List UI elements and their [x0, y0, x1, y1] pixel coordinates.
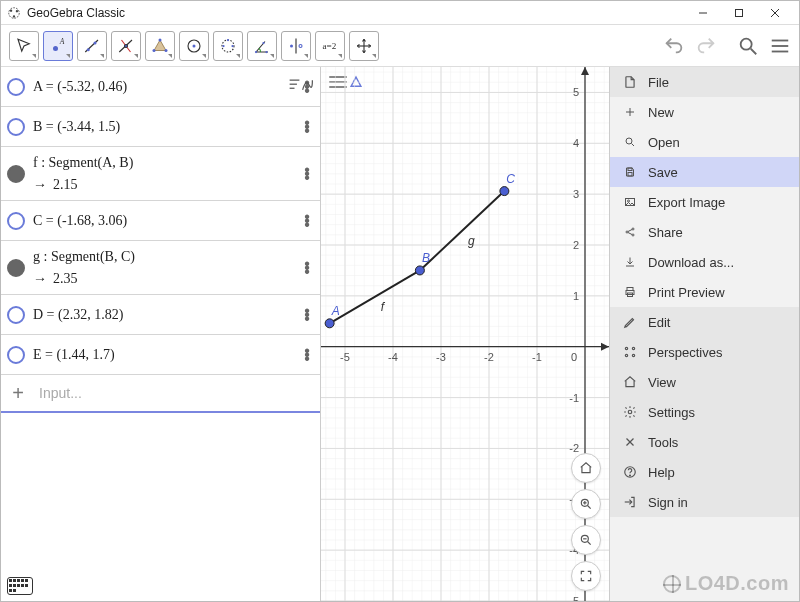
virtual-keyboard-button[interactable]: [7, 577, 33, 595]
svg-text:f: f: [381, 300, 386, 314]
algebra-input[interactable]: [37, 384, 312, 402]
tool-perpendicular[interactable]: [111, 31, 141, 61]
kebab-menu[interactable]: •••: [300, 309, 314, 321]
search-button[interactable]: [737, 35, 759, 57]
tool-angle[interactable]: [247, 31, 277, 61]
svg-line-176: [588, 542, 591, 545]
svg-line-163: [420, 191, 504, 270]
tool-polygon[interactable]: [145, 31, 175, 61]
zoom-out-button[interactable]: [571, 525, 601, 555]
gear-icon: [622, 404, 638, 420]
close-button[interactable]: [757, 2, 793, 24]
menu-item-share[interactable]: Share: [610, 217, 799, 247]
menu-header-settings[interactable]: Settings: [610, 397, 799, 427]
minimize-button[interactable]: [685, 2, 721, 24]
svg-point-197: [632, 354, 634, 356]
svg-rect-5: [736, 9, 743, 16]
graphics-view[interactable]: -5-4-3-2-10-5-4-3-2-112345fgABC: [321, 67, 609, 601]
svg-point-35: [741, 38, 752, 49]
algebra-expression: f : Segment(A, B)→2.15: [33, 153, 292, 194]
svg-marker-16: [154, 40, 166, 51]
algebra-row[interactable]: A = (-5.32, 0.46)•••: [1, 67, 320, 107]
menu-item-print-preview[interactable]: Print Preview: [610, 277, 799, 307]
svg-point-196: [625, 354, 627, 356]
visibility-toggle[interactable]: [7, 165, 25, 183]
search-icon: [622, 134, 638, 150]
algebra-expression: D = (2.32, 1.82): [33, 305, 292, 325]
kebab-menu[interactable]: •••: [300, 215, 314, 227]
menu-item-open[interactable]: Open: [610, 127, 799, 157]
visibility-toggle[interactable]: [7, 212, 25, 230]
algebra-row[interactable]: f : Segment(A, B)→2.15•••: [1, 147, 320, 201]
menu-header-sign-in[interactable]: Sign in: [610, 487, 799, 517]
globe-icon: [663, 575, 681, 593]
undo-button[interactable]: [663, 35, 685, 57]
kebab-menu[interactable]: •••: [300, 121, 314, 133]
kebab-menu[interactable]: •••: [300, 262, 314, 274]
svg-point-19: [153, 49, 156, 52]
menu-header-tools[interactable]: Tools: [610, 427, 799, 457]
home-view-button[interactable]: [571, 453, 601, 483]
tool-ellipse[interactable]: [213, 31, 243, 61]
svg-line-181: [632, 144, 635, 147]
grid-icon: [622, 344, 638, 360]
hamburger-menu-button[interactable]: [769, 35, 791, 57]
tool-circle[interactable]: [179, 31, 209, 61]
menu-header-view[interactable]: View: [610, 367, 799, 397]
visibility-toggle[interactable]: [7, 78, 25, 96]
menu-item-download-as-[interactable]: Download as...: [610, 247, 799, 277]
tool-text-a2[interactable]: a=2: [315, 31, 345, 61]
algebra-row[interactable]: E = (1.44, 1.7)•••: [1, 335, 320, 375]
kebab-menu[interactable]: •••: [300, 349, 314, 361]
graphics-canvas[interactable]: -5-4-3-2-10-5-4-3-2-112345fgABC: [321, 67, 609, 601]
visibility-toggle[interactable]: [7, 118, 25, 136]
algebra-view: A = (-5.32, 0.46)•••B = (-3.44, 1.5)•••f…: [1, 67, 321, 601]
menu-item-save[interactable]: Save: [610, 157, 799, 187]
svg-line-190: [628, 233, 632, 235]
menu-item-new[interactable]: New: [610, 97, 799, 127]
input-bar[interactable]: +: [1, 375, 320, 413]
visibility-toggle[interactable]: [7, 306, 25, 324]
tool-line[interactable]: [77, 31, 107, 61]
algebra-row[interactable]: D = (2.32, 1.82)•••: [1, 295, 320, 335]
tool-translate[interactable]: [349, 31, 379, 61]
algebra-row[interactable]: C = (-1.68, 3.06)•••: [1, 201, 320, 241]
svg-point-194: [625, 347, 627, 349]
svg-point-8: [53, 46, 58, 51]
svg-text:-2: -2: [484, 351, 494, 363]
svg-text:-4: -4: [388, 351, 398, 363]
print-icon: [622, 284, 638, 300]
plus-icon: [622, 104, 638, 120]
tool-reflect[interactable]: [281, 31, 311, 61]
tool-move[interactable]: [9, 31, 39, 61]
svg-line-172: [588, 506, 591, 509]
wrench-icon: [622, 434, 638, 450]
algebra-row[interactable]: B = (-3.44, 1.5)•••: [1, 107, 320, 147]
svg-point-25: [227, 38, 229, 40]
svg-point-24: [231, 44, 233, 46]
menu-header-help[interactable]: Help: [610, 457, 799, 487]
menu-header-perspectives[interactable]: Perspectives: [610, 337, 799, 367]
algebra-row[interactable]: g : Segment(B, C)→2.35•••: [1, 241, 320, 295]
maximize-button[interactable]: [721, 2, 757, 24]
visibility-toggle[interactable]: [7, 346, 25, 364]
svg-point-202: [630, 475, 631, 476]
algebra-expression: C = (-1.68, 3.06): [33, 211, 292, 231]
svg-point-165: [325, 319, 334, 328]
redo-button[interactable]: [695, 35, 717, 57]
menu-header-edit[interactable]: Edit: [610, 307, 799, 337]
visibility-toggle[interactable]: [7, 259, 25, 277]
svg-point-26: [255, 50, 257, 52]
sort-icon[interactable]: [288, 75, 314, 95]
svg-point-169: [500, 187, 509, 196]
main-body: A = (-5.32, 0.46)•••B = (-3.44, 1.5)•••f…: [1, 67, 799, 601]
tool-point[interactable]: A: [43, 31, 73, 61]
kebab-menu[interactable]: •••: [300, 168, 314, 180]
menu-header-file[interactable]: File: [610, 67, 799, 97]
fullscreen-button[interactable]: [571, 561, 601, 591]
svg-point-188: [632, 234, 634, 236]
zoom-in-button[interactable]: [571, 489, 601, 519]
svg-point-195: [632, 347, 634, 349]
svg-point-27: [265, 50, 267, 52]
menu-item-export-image[interactable]: Export Image: [610, 187, 799, 217]
